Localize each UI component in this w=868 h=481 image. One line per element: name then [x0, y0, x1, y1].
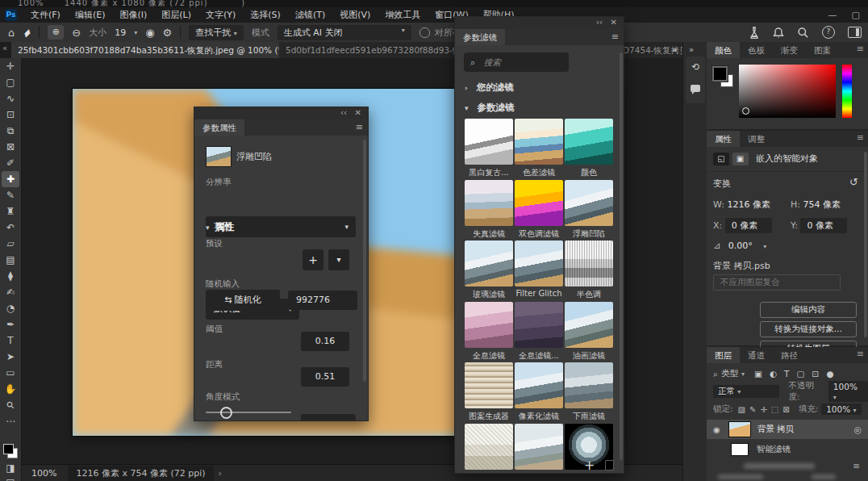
tool-button[interactable]: ∿ — [2, 90, 19, 107]
tool-button[interactable]: ✎ — [2, 187, 19, 203]
tool-button[interactable]: ↶ — [2, 220, 19, 236]
color-swatches[interactable] — [3, 444, 18, 458]
filter-thumbnail[interactable] — [515, 424, 563, 470]
minimize-button[interactable]: — — [828, 7, 837, 23]
filter-thumbnail[interactable] — [565, 240, 613, 287]
delete-filter-icon[interactable] — [605, 460, 614, 471]
collapse-panel-icon[interactable]: ‹‹ — [340, 108, 347, 117]
filter-shape-icon[interactable]: ▢ — [796, 369, 804, 379]
blur-field-clipped[interactable] — [301, 414, 356, 421]
filter-thumbnail[interactable] — [465, 240, 513, 287]
filter-item[interactable]: 浮雕凹陷 — [565, 180, 613, 240]
lock-artboard-icon[interactable]: ⬚ — [771, 405, 778, 414]
filter-thumbnail[interactable] — [465, 424, 513, 470]
quick-mask-icon[interactable]: ◨ — [2, 460, 19, 476]
filter-toggle-icon[interactable]: ● — [826, 369, 833, 379]
tool-button[interactable]: ◔ — [2, 300, 19, 316]
filter-item[interactable]: 全息滤镜... — [515, 302, 563, 362]
close-panel-icon[interactable]: ✕ — [611, 18, 617, 27]
status-arrow-icon[interactable]: › — [219, 468, 222, 479]
menu-item[interactable]: 视图(V) — [332, 7, 378, 23]
filter-thumbnail[interactable] — [465, 119, 513, 165]
lock-move-icon[interactable]: ✛ — [760, 405, 766, 414]
saturation-brightness-field[interactable] — [739, 65, 836, 118]
help-icon[interactable]: ? — [822, 26, 835, 39]
tab-properties[interactable]: 属性 — [707, 131, 740, 147]
tab-patterns[interactable]: 图案 — [806, 42, 839, 58]
filter-blend-options-icon[interactable]: ≡ — [853, 461, 860, 471]
distance-value-field[interactable]: 0.51 — [301, 367, 349, 387]
tool-button[interactable]: ✚ — [2, 171, 19, 187]
screen-mode-icon[interactable]: ▣ — [2, 475, 19, 481]
tool-button[interactable]: ▢ — [2, 74, 19, 90]
add-filter-button[interactable]: + — [584, 458, 595, 473]
smart-filters-row[interactable]: 智能滤镜 — [707, 442, 868, 457]
preset-options-button[interactable]: ▾ — [328, 249, 349, 270]
filter-type-caret-icon[interactable]: ▾ — [741, 370, 745, 378]
tool-button[interactable]: ▱ — [2, 236, 19, 252]
notifications-bell-icon[interactable] — [773, 27, 784, 39]
filter-item[interactable]: 油画滤镜 — [565, 302, 613, 362]
tool-button[interactable]: ✍ — [2, 284, 19, 300]
filter-search-icon[interactable]: ⌕ — [713, 369, 718, 379]
filter-item[interactable]: 雪景滤镜 — [515, 424, 563, 475]
parametric-filters-section[interactable]: ▾ 参数滤镜 — [465, 102, 515, 114]
tool-button[interactable]: ⊡ — [2, 107, 19, 123]
filter-item[interactable]: 图案生成器 — [465, 362, 513, 422]
filter-thumbnail[interactable] — [515, 302, 563, 348]
comments-panel-icon[interactable] — [691, 85, 700, 92]
filter-thumbnail[interactable] — [515, 180, 563, 226]
add-brush-icon[interactable]: ⊕ — [48, 25, 64, 40]
lock-all-icon[interactable]: ⊠ — [782, 405, 789, 414]
size-caret-icon[interactable]: ▾ — [134, 29, 137, 36]
tab-paths[interactable]: 路径 — [773, 347, 806, 363]
seed-field[interactable]: 992776 — [288, 291, 357, 310]
menu-item[interactable]: 文件(F) — [23, 7, 68, 23]
filter-item[interactable]: Filter Glitch — [515, 240, 563, 298]
threshold-slider-knob[interactable] — [220, 407, 232, 419]
filter-adjustment-icon[interactable]: ◐ — [770, 369, 777, 379]
menu-item[interactable]: 文字(Y) — [198, 7, 243, 23]
fill-value[interactable]: 100% ▾ — [821, 404, 861, 415]
layer-row-selected[interactable]: ◉ 背景 拷贝 ◎ — [707, 420, 868, 439]
tab-layers[interactable]: 图层 — [707, 347, 740, 363]
edit-contents-button[interactable]: 编辑内容 — [760, 302, 857, 318]
panel-scrollbar[interactable] — [620, 52, 623, 460]
filter-search-input[interactable]: ⌕ 搜索 — [464, 52, 569, 72]
menu-item[interactable]: 图层(L) — [154, 7, 198, 23]
filter-item[interactable]: 蚀刻版画 — [465, 424, 513, 475]
filter-pixel-icon[interactable]: ▣ — [754, 369, 762, 379]
panel-tab[interactable]: 参数滤镜 — [455, 29, 505, 45]
panel-menu-icon[interactable]: ≡ — [611, 31, 619, 42]
angle-value[interactable]: 0.00° — [728, 240, 753, 251]
layer-thumbnail[interactable] — [728, 421, 751, 437]
add-preset-button[interactable]: + — [303, 249, 323, 270]
filter-thumbnail[interactable] — [465, 362, 513, 408]
opacity-value[interactable]: 100% ▾ — [828, 381, 868, 402]
layer-name[interactable]: 背景 拷贝 — [757, 424, 794, 435]
filter-thumbnail[interactable] — [515, 362, 563, 408]
tab-color[interactable]: 颜色 — [707, 42, 740, 58]
panel-scrollbar[interactable] — [864, 152, 867, 337]
your-filters-section[interactable]: › 您的滤镜 — [465, 82, 514, 94]
smart-filter-mask-thumbnail[interactable] — [731, 443, 749, 456]
tool-button[interactable]: ⧉ — [2, 123, 19, 139]
expand-dock-icon[interactable]: » — [689, 45, 694, 54]
subtract-brush-icon[interactable]: ⊖ — [72, 27, 81, 39]
threshold-slider[interactable] — [206, 412, 291, 413]
filter-item[interactable]: 黑白复古... — [465, 119, 513, 178]
sample-all-layers-checkbox[interactable] — [419, 27, 430, 38]
filter-item[interactable]: 全息滤镜 — [465, 302, 513, 362]
size-value[interactable]: 19 — [115, 27, 126, 38]
tool-button[interactable]: ✛ — [2, 58, 19, 74]
foreground-color-swatch[interactable] — [3, 444, 14, 454]
tool-button[interactable]: ♜ — [2, 203, 19, 220]
filter-thumbnail[interactable] — [565, 119, 613, 165]
mask-chip-icon[interactable]: ▣ — [732, 153, 749, 165]
collapse-panel-icon[interactable]: ‹‹ — [596, 18, 603, 27]
tool-button[interactable]: ⧫ — [2, 268, 19, 284]
workspace-switcher-icon[interactable] — [848, 27, 862, 38]
foreground-color-swatch[interactable] — [712, 66, 728, 82]
zoom-level[interactable]: 100% — [31, 468, 56, 479]
filter-thumbnail[interactable] — [565, 362, 613, 408]
